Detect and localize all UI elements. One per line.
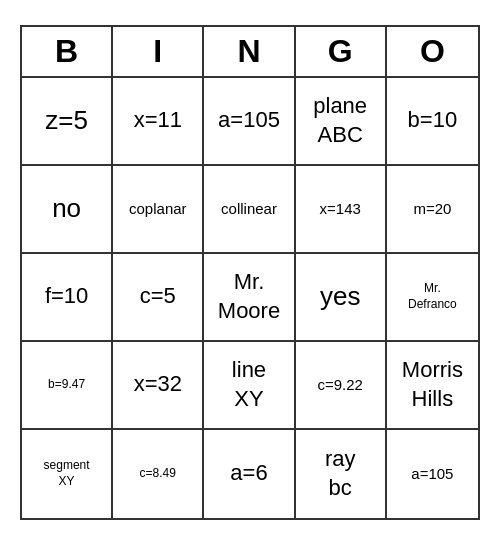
bingo-cell-19[interactable]: MorrisHills [387,342,478,430]
bingo-cell-13[interactable]: yes [296,254,387,342]
header-letter-b: B [22,27,113,76]
bingo-cell-14[interactable]: Mr.Defranco [387,254,478,342]
bingo-cell-23[interactable]: raybc [296,430,387,518]
bingo-card: BINGO z=5x=11a=105planeABCb=10nocoplanar… [20,25,480,520]
header-letter-i: I [113,27,204,76]
bingo-cell-10[interactable]: f=10 [22,254,113,342]
bingo-cell-22[interactable]: a=6 [204,430,295,518]
cell-text-23: raybc [325,445,356,502]
bingo-cell-24[interactable]: a=105 [387,430,478,518]
cell-text-8: x=143 [320,199,361,219]
cell-text-5: no [52,192,81,226]
bingo-cell-0[interactable]: z=5 [22,78,113,166]
cell-text-6: coplanar [129,199,187,219]
cell-text-4: b=10 [408,106,458,135]
cell-text-21: c=8.49 [140,466,176,482]
cell-text-9: m=20 [413,199,451,219]
cell-text-20: segmentXY [44,458,90,489]
bingo-header: BINGO [22,27,478,78]
bingo-cell-2[interactable]: a=105 [204,78,295,166]
cell-text-2: a=105 [218,106,280,135]
cell-text-1: x=11 [134,106,182,135]
cell-text-24: a=105 [411,464,453,484]
bingo-cell-6[interactable]: coplanar [113,166,204,254]
bingo-cell-5[interactable]: no [22,166,113,254]
header-letter-g: G [296,27,387,76]
bingo-cell-18[interactable]: c=9.22 [296,342,387,430]
bingo-cell-21[interactable]: c=8.49 [113,430,204,518]
bingo-cell-20[interactable]: segmentXY [22,430,113,518]
cell-text-17: lineXY [232,356,266,413]
cell-text-12: Mr.Moore [218,268,280,325]
cell-text-15: b=9.47 [48,377,85,393]
cell-text-7: collinear [221,199,277,219]
cell-text-19: MorrisHills [402,356,463,413]
header-letter-o: O [387,27,478,76]
cell-text-14: Mr.Defranco [408,281,457,312]
cell-text-0: z=5 [45,104,88,138]
cell-text-11: c=5 [140,282,176,311]
bingo-cell-11[interactable]: c=5 [113,254,204,342]
bingo-cell-17[interactable]: lineXY [204,342,295,430]
bingo-cell-9[interactable]: m=20 [387,166,478,254]
bingo-cell-12[interactable]: Mr.Moore [204,254,295,342]
bingo-cell-3[interactable]: planeABC [296,78,387,166]
cell-text-16: x=32 [134,370,182,399]
bingo-cell-16[interactable]: x=32 [113,342,204,430]
header-letter-n: N [204,27,295,76]
cell-text-3: planeABC [313,92,367,149]
cell-text-13: yes [320,280,360,314]
cell-text-10: f=10 [45,282,88,311]
cell-text-18: c=9.22 [317,375,362,395]
bingo-grid: z=5x=11a=105planeABCb=10nocoplanarcollin… [22,78,478,518]
bingo-cell-8[interactable]: x=143 [296,166,387,254]
bingo-cell-15[interactable]: b=9.47 [22,342,113,430]
bingo-cell-4[interactable]: b=10 [387,78,478,166]
bingo-cell-1[interactable]: x=11 [113,78,204,166]
bingo-cell-7[interactable]: collinear [204,166,295,254]
cell-text-22: a=6 [230,459,267,488]
